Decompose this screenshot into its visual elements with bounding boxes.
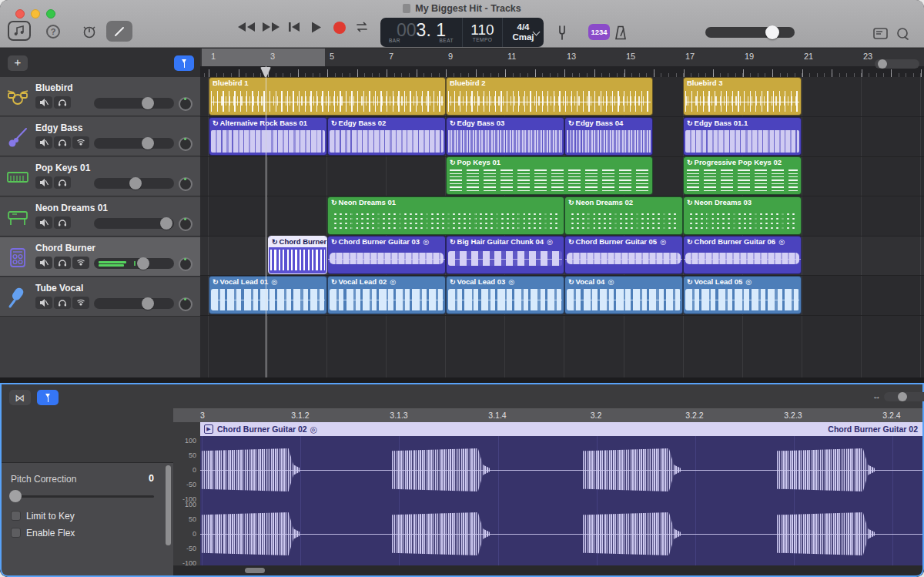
arrange-zoom-slider[interactable] — [875, 59, 919, 69]
region-vocal-lead-05[interactable]: ↻Vocal Lead 05◎ — [683, 276, 802, 314]
region-neon-dreams-01[interactable]: ↻Neon Dreams 01 — [327, 196, 564, 235]
volume-slider[interactable] — [94, 218, 174, 229]
track-header-edgy-bass[interactable]: Edgy Bass — [0, 117, 200, 156]
solo-headphones-button[interactable] — [54, 176, 71, 189]
region-edgy-bass-04[interactable]: ↻Edgy Bass 04 — [564, 117, 653, 156]
volume-knob[interactable] — [129, 177, 142, 190]
metronome-button[interactable] — [614, 25, 628, 40]
region-pop-keys-01[interactable]: ↻Pop Keys 01 — [446, 156, 653, 195]
library-button[interactable] — [8, 21, 31, 41]
region-chord-burner-guitar-05[interactable]: ↻Chord Burner Guitar 05◎ — [564, 236, 683, 274]
volume-slider[interactable] — [94, 138, 174, 149]
pan-knob[interactable] — [179, 97, 192, 111]
volume-slider[interactable] — [94, 258, 174, 269]
editor-hscroll-thumb[interactable] — [245, 568, 265, 573]
solo-headphones-button[interactable] — [54, 216, 71, 229]
loop-browser-button[interactable] — [896, 27, 909, 41]
input-monitoring-button[interactable] — [72, 257, 89, 269]
beat-ruler[interactable] — [200, 66, 924, 77]
pan-knob[interactable] — [179, 177, 192, 191]
region-edgy-bass-02[interactable]: ↻Edgy Bass 02 — [327, 117, 446, 156]
region-bluebird-2[interactable]: Bluebird 2 — [446, 77, 653, 116]
mute-button[interactable] — [35, 176, 52, 189]
editor-zoom-knob[interactable] — [898, 392, 907, 401]
editor-zoom-slider[interactable] — [884, 392, 924, 401]
region-edgy-bass-03[interactable]: ↻Edgy Bass 03 — [446, 117, 564, 156]
region-chord-burner-selected[interactable]: ↻Chord Burner — [268, 236, 327, 274]
region-big-hair-guitar-chunk-04[interactable]: ↻Big Hair Guitar Chunk 04◎ — [446, 236, 564, 274]
volume-knob[interactable] — [142, 137, 154, 149]
region-chord-burner-guitar-06[interactable]: ↻Chord Burner Guitar 06◎ — [683, 236, 802, 274]
region-vocal-04[interactable]: ↻Vocal 04◎ — [564, 276, 683, 314]
region-vocal-lead-02[interactable]: ↻Vocal Lead 02◎ — [327, 276, 446, 314]
track-header-bluebird[interactable]: Bluebird — [0, 77, 200, 116]
arrange-zoom-knob[interactable] — [878, 59, 887, 69]
flex-button[interactable]: ⋈ — [9, 390, 31, 405]
pencil-tool-button[interactable] — [106, 21, 132, 42]
solo-headphones-button[interactable] — [54, 136, 71, 149]
pan-knob[interactable] — [179, 297, 192, 311]
track-header-tube-vocal[interactable]: Tube Vocal — [0, 277, 200, 317]
volume-slider[interactable] — [94, 178, 174, 189]
play-button[interactable] — [308, 22, 325, 33]
tuner-button[interactable] — [82, 24, 97, 39]
editor-region-header[interactable]: ▶ Chord Burner Guitar 02◎ Chord Burner G… — [200, 422, 924, 436]
pan-knob[interactable] — [179, 137, 192, 151]
region-chord-burner-guitar-03[interactable]: ↻Chord Burner Guitar 03◎ — [327, 236, 446, 274]
input-monitoring-button[interactable] — [72, 136, 89, 149]
volume-knob[interactable] — [137, 257, 149, 270]
add-track-button[interactable]: + — [8, 55, 28, 71]
input-monitoring-button[interactable] — [72, 297, 89, 309]
region-alt-rock-bass-01[interactable]: ↻Alternative Rock Bass 01 — [209, 117, 327, 156]
lcd-display[interactable]: 003. 1 BARBEAT 110 TEMPO 4/4 Cmaj — [380, 18, 544, 47]
editor-ruler[interactable]: 3 3.1.2 3.1.3 3.1.4 3.2 3.2.2 3.2.3 3.2.… — [173, 408, 924, 422]
track-header-pop-keys[interactable]: Pop Keys 01 — [0, 157, 200, 196]
region-neon-dreams-02[interactable]: ↻Neon Dreams 02 — [564, 196, 683, 235]
volume-knob[interactable] — [142, 97, 154, 109]
mute-button[interactable] — [35, 96, 52, 109]
volume-slider[interactable] — [94, 98, 174, 109]
limit-to-key-checkbox[interactable] — [11, 511, 21, 521]
region-edgy-bass-01-1[interactable]: ↻Edgy Bass 01.1 — [683, 117, 802, 156]
volume-knob[interactable] — [160, 217, 172, 230]
count-in-button[interactable]: 1234 — [588, 24, 610, 40]
editor-waveform-area[interactable] — [200, 436, 924, 565]
pan-knob[interactable] — [179, 257, 192, 271]
solo-headphones-button[interactable] — [54, 96, 71, 109]
panel-divider[interactable] — [0, 377, 924, 383]
editor-catch-playhead-button[interactable] — [37, 390, 59, 405]
bar-ruler[interactable]: 1 3 5 7 9 11 13 15 17 19 21 23 — [200, 49, 924, 66]
inspector-scrollbar[interactable] — [166, 465, 171, 545]
region-bluebird-1[interactable]: Bluebird 1 — [209, 77, 446, 116]
record-button[interactable] — [331, 22, 348, 34]
catch-playhead-button[interactable] — [174, 55, 194, 71]
master-volume-slider[interactable] — [705, 27, 795, 38]
pitch-correction-slider[interactable] — [11, 495, 154, 498]
region-vocal-lead-01[interactable]: ↻Vocal Lead 01◎ — [209, 276, 327, 314]
lcd-mode-button[interactable] — [873, 28, 888, 39]
quick-help-button[interactable]: ? — [46, 25, 60, 39]
mute-button[interactable] — [35, 257, 52, 269]
solo-headphones-button[interactable] — [54, 297, 71, 309]
editor-hscroll-track[interactable] — [173, 565, 924, 575]
master-volume-knob[interactable] — [765, 25, 779, 39]
tuning-fork-button[interactable] — [556, 25, 568, 40]
mute-button[interactable] — [35, 216, 52, 229]
play-region-icon[interactable]: ▶ — [204, 424, 213, 434]
enable-flex-checkbox[interactable] — [11, 528, 21, 538]
pitch-correction-knob[interactable] — [9, 490, 22, 502]
region-progressive-pop-keys-02[interactable]: ↻Progressive Pop Keys 02 — [683, 156, 802, 195]
pan-knob[interactable] — [179, 217, 192, 231]
track-header-neon-dreams[interactable]: Neon Dreams 01 — [0, 197, 200, 237]
track-header-chord-burner[interactable]: Chord Burner — [0, 237, 200, 277]
forward-button[interactable] — [260, 22, 282, 32]
mute-button[interactable] — [35, 136, 52, 149]
volume-knob[interactable] — [142, 297, 154, 310]
solo-headphones-button[interactable] — [54, 257, 71, 269]
rewind-button[interactable] — [236, 22, 257, 32]
region-neon-dreams-03[interactable]: ↻Neon Dreams 03 — [683, 196, 802, 235]
cycle-button[interactable] — [353, 22, 371, 32]
volume-slider[interactable] — [94, 298, 174, 309]
region-bluebird-3[interactable]: Bluebird 3 — [683, 77, 802, 116]
go-to-beginning-button[interactable] — [285, 22, 303, 32]
